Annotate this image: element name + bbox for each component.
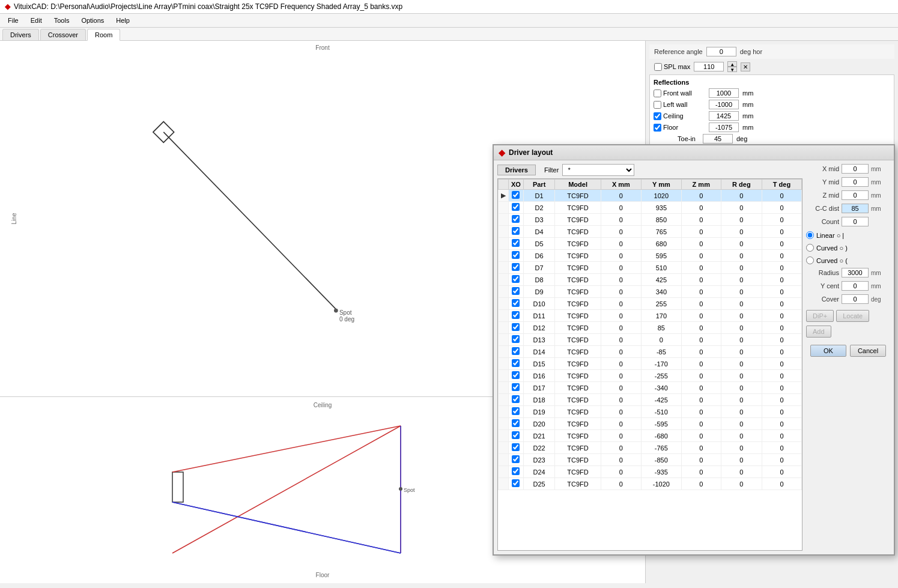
drivers-tab-btn[interactable]: Drivers — [497, 165, 536, 175]
front-wall-input[interactable] — [709, 88, 739, 98]
filter-select[interactable]: * — [562, 164, 634, 176]
front-wall-checkbox[interactable] — [654, 89, 661, 97]
radius-input[interactable] — [842, 268, 869, 277]
table-row[interactable]: D6TC9FD0595000 — [499, 250, 802, 262]
zmid-input[interactable] — [842, 190, 869, 200]
tab-crossover[interactable]: Crossover — [40, 29, 86, 40]
row-checkbox-cell[interactable] — [509, 202, 524, 214]
row-checkbox-cell[interactable] — [509, 406, 524, 418]
row-checkbox-cell[interactable] — [509, 466, 524, 478]
row-checkbox-cell[interactable] — [509, 262, 524, 274]
spl-input[interactable] — [694, 62, 724, 71]
row-checkbox[interactable] — [512, 239, 520, 247]
ycent-input[interactable] — [842, 281, 869, 291]
row-checkbox-cell[interactable] — [509, 226, 524, 238]
row-checkbox-cell[interactable] — [509, 214, 524, 226]
row-checkbox-cell[interactable] — [509, 430, 524, 442]
row-checkbox[interactable] — [512, 251, 520, 259]
curved1-radio[interactable] — [806, 244, 814, 252]
spl-up-btn[interactable]: ▲ — [727, 61, 737, 67]
table-row[interactable]: D10TC9FD0255000 — [499, 298, 802, 310]
row-checkbox[interactable] — [512, 395, 520, 403]
row-checkbox[interactable] — [512, 323, 520, 331]
spl-checkbox-label[interactable]: SPL max — [654, 63, 690, 71]
left-wall-checkbox[interactable] — [654, 101, 661, 109]
floor-input[interactable] — [709, 123, 739, 132]
xmid-input[interactable] — [842, 164, 869, 174]
row-checkbox[interactable] — [512, 479, 520, 487]
menu-file[interactable]: File — [2, 15, 24, 26]
front-wall-checkbox-label[interactable]: Front wall — [654, 89, 705, 97]
table-row[interactable]: D25TC9FD0-1020000 — [499, 478, 802, 490]
table-row[interactable]: D23TC9FD0-850000 — [499, 454, 802, 466]
locate-btn[interactable]: Locate — [836, 310, 869, 322]
row-checkbox-cell[interactable] — [509, 310, 524, 322]
tab-room[interactable]: Room — [87, 29, 120, 41]
row-checkbox[interactable] — [512, 311, 520, 319]
row-checkbox[interactable] — [512, 227, 520, 235]
left-wall-checkbox-label[interactable]: Left wall — [654, 101, 705, 109]
row-checkbox-cell[interactable] — [509, 250, 524, 262]
table-row[interactable]: D17TC9FD0-340000 — [499, 382, 802, 394]
row-checkbox[interactable] — [512, 335, 520, 343]
table-row[interactable]: D4TC9FD0765000 — [499, 226, 802, 238]
spl-spinner[interactable]: ▲ ▼ — [727, 61, 737, 72]
table-row[interactable]: D9TC9FD0340000 — [499, 286, 802, 298]
row-checkbox[interactable] — [512, 191, 520, 199]
table-row[interactable]: D3TC9FD0850000 — [499, 214, 802, 226]
row-checkbox[interactable] — [512, 407, 520, 415]
table-row[interactable]: D16TC9FD0-255000 — [499, 370, 802, 382]
table-row[interactable]: D22TC9FD0-765000 — [499, 442, 802, 454]
row-checkbox-cell[interactable] — [509, 382, 524, 394]
count-input[interactable] — [842, 217, 869, 226]
table-row[interactable]: D19TC9FD0-510000 — [499, 406, 802, 418]
row-checkbox-cell[interactable] — [509, 454, 524, 466]
row-checkbox[interactable] — [512, 443, 520, 451]
row-checkbox[interactable] — [512, 371, 520, 379]
toe-in-input[interactable] — [703, 134, 733, 144]
ceiling-input[interactable] — [709, 111, 739, 121]
cancel-btn[interactable]: Cancel — [850, 345, 886, 357]
menu-edit[interactable]: Edit — [25, 15, 47, 26]
table-row[interactable]: D24TC9FD0-935000 — [499, 466, 802, 478]
ref-angle-input[interactable] — [706, 47, 736, 56]
ccdist-input[interactable] — [842, 204, 869, 213]
row-checkbox-cell[interactable] — [509, 358, 524, 370]
row-checkbox-cell[interactable] — [509, 418, 524, 430]
floor-checkbox-label[interactable]: Floor — [654, 124, 705, 132]
table-row[interactable]: D5TC9FD0680000 — [499, 238, 802, 250]
spl-reset-btn[interactable]: ✕ — [741, 62, 750, 71]
row-checkbox-cell[interactable] — [509, 190, 524, 202]
row-checkbox-cell[interactable] — [509, 286, 524, 298]
row-checkbox-cell[interactable] — [509, 370, 524, 382]
left-wall-input[interactable] — [709, 100, 739, 109]
row-checkbox-cell[interactable] — [509, 298, 524, 310]
linear-radio[interactable] — [806, 231, 814, 239]
cover-input[interactable] — [842, 294, 869, 304]
row-checkbox-cell[interactable] — [509, 322, 524, 334]
menu-help[interactable]: Help — [111, 15, 135, 26]
table-row[interactable]: D18TC9FD0-425000 — [499, 394, 802, 406]
row-checkbox-cell[interactable] — [509, 478, 524, 490]
table-row[interactable]: D12TC9FD085000 — [499, 322, 802, 334]
ymid-input[interactable] — [842, 177, 869, 187]
row-checkbox[interactable] — [512, 467, 520, 475]
row-checkbox-cell[interactable] — [509, 346, 524, 358]
spl-down-btn[interactable]: ▼ — [727, 67, 737, 72]
spl-checkbox[interactable] — [654, 63, 662, 71]
table-row[interactable]: D21TC9FD0-680000 — [499, 430, 802, 442]
drivers-table-container[interactable]: XO Part Model X mm Y mm Z mm R deg T deg… — [497, 178, 802, 551]
menu-options[interactable]: Options — [76, 15, 109, 26]
dip-btn[interactable]: DiP+ — [806, 310, 834, 322]
ceiling-checkbox-label[interactable]: Ceiling — [654, 112, 705, 120]
table-row[interactable]: D13TC9FD00000 — [499, 334, 802, 346]
menu-tools[interactable]: Tools — [49, 15, 75, 26]
row-checkbox[interactable] — [512, 287, 520, 295]
table-row[interactable]: D8TC9FD0425000 — [499, 274, 802, 286]
table-row[interactable]: ▶D1TC9FD01020000 — [499, 190, 802, 202]
row-checkbox[interactable] — [512, 383, 520, 391]
floor-checkbox[interactable] — [654, 124, 661, 132]
row-checkbox-cell[interactable] — [509, 274, 524, 286]
table-row[interactable]: D14TC9FD0-85000 — [499, 346, 802, 358]
table-row[interactable]: D11TC9FD0170000 — [499, 310, 802, 322]
